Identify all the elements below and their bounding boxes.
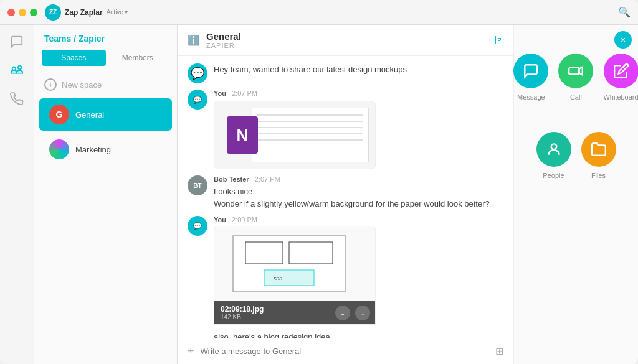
message-continuation: also, here's a blog redesign idea bbox=[188, 331, 503, 338]
message-row: 💬 You 2:09 PM bbox=[188, 216, 503, 325]
channel-org: ZAPIER bbox=[206, 42, 241, 49]
message-meta: You 2:07 PM bbox=[214, 90, 503, 97]
titlebar: ZZ Zap Zaplar Active ▾ 🔍 bbox=[0, 0, 638, 25]
action-row-2: People Files bbox=[536, 132, 616, 179]
plus-icon: + bbox=[44, 78, 57, 91]
app-body: Teams / Zapier Spaces Members + New spac… bbox=[0, 25, 638, 364]
svg-marker-8 bbox=[579, 67, 583, 75]
action-btn-message: Message bbox=[513, 54, 548, 101]
action-btn-people: People bbox=[536, 132, 571, 179]
avatar: 💬 bbox=[188, 90, 207, 110]
tab-members[interactable]: Members bbox=[106, 50, 170, 66]
spaces-sidebar: Teams / Zapier Spaces Members + New spac… bbox=[34, 25, 178, 364]
svg-text:кпп: кпп bbox=[274, 275, 282, 281]
svg-rect-3 bbox=[245, 242, 283, 264]
svg-rect-5 bbox=[264, 270, 314, 286]
action-btn-call: Call bbox=[558, 54, 593, 101]
whiteboard-button[interactable] bbox=[604, 54, 639, 88]
nav-chat-icon[interactable] bbox=[7, 32, 26, 51]
message-content: Bob Tester 2:07 PM Looks nice Wonder if … bbox=[214, 175, 503, 210]
nav-call-icon[interactable] bbox=[7, 90, 26, 108]
filename: 02:09:18.jpg bbox=[221, 305, 335, 314]
message-content: You 2:09 PM bbox=[214, 216, 503, 325]
chat-header: ℹ️ General ZAPIER 🏳 bbox=[178, 25, 513, 56]
chat-messages: 💬 Hey team, wanted to share our latest d… bbox=[178, 56, 513, 338]
search-icon[interactable]: 🔍 bbox=[618, 6, 631, 18]
action-btn-files: Files bbox=[581, 132, 616, 179]
close-button[interactable] bbox=[7, 9, 15, 16]
filesize: 142 KB bbox=[221, 314, 335, 320]
chat-input-bar: + ⊞ bbox=[178, 338, 513, 364]
action-label: Files bbox=[591, 172, 606, 179]
action-label: Call bbox=[570, 93, 582, 101]
action-panel: × Message Call bbox=[513, 25, 638, 364]
expand-button[interactable]: ⌄ bbox=[335, 306, 350, 320]
message-content: Hey team, wanted to share our latest des… bbox=[214, 63, 503, 76]
tab-spaces[interactable]: Spaces bbox=[42, 50, 106, 66]
whiteboard-preview: кпп 02:09:18.jpg 142 KB ⌄ ↓ bbox=[214, 226, 376, 325]
new-space-button[interactable]: + New space bbox=[34, 72, 177, 97]
image-actions: ⌄ ↓ bbox=[335, 306, 370, 320]
action-btn-whiteboard: Whiteboard bbox=[603, 54, 638, 101]
message-content: You 2:07 PM N bbox=[214, 90, 503, 169]
onenote-image: N bbox=[214, 101, 376, 169]
message-meta: You 2:09 PM bbox=[214, 216, 503, 223]
download-button[interactable]: ↓ bbox=[355, 306, 370, 320]
svg-point-9 bbox=[551, 144, 556, 149]
files-button[interactable] bbox=[581, 132, 616, 167]
space-name: Marketing bbox=[75, 145, 111, 154]
channel-info: General ZAPIER bbox=[206, 31, 241, 49]
message-input[interactable] bbox=[201, 347, 489, 356]
message-text: Hey team, wanted to share our latest des… bbox=[214, 65, 407, 74]
action-label: Whiteboard bbox=[603, 93, 638, 101]
avatar: 💬 bbox=[188, 63, 207, 83]
format-icon[interactable]: ⊞ bbox=[495, 345, 503, 357]
traffic-lights bbox=[7, 9, 37, 16]
chat-area: ℹ️ General ZAPIER 🏳 💬 Hey team, wanted t… bbox=[178, 25, 513, 364]
avatar: ZZ bbox=[45, 4, 61, 21]
add-attachment-icon[interactable]: + bbox=[188, 345, 194, 358]
message-meta: Bob Tester 2:07 PM bbox=[214, 175, 503, 183]
team-path: Teams / Zapier bbox=[34, 25, 177, 50]
channel-name: General bbox=[206, 31, 241, 42]
nav-teams-icon[interactable] bbox=[7, 61, 26, 80]
message-row: 💬 Hey team, wanted to share our latest d… bbox=[188, 63, 503, 83]
message-text: also, here's a blog redesign idea bbox=[214, 332, 330, 338]
message-row: 💬 You 2:07 PM bbox=[188, 90, 503, 169]
spaces-tabs: Spaces Members bbox=[42, 50, 169, 66]
people-button[interactable] bbox=[536, 132, 571, 167]
action-label: Message bbox=[517, 93, 545, 101]
image-footer: 02:09:18.jpg 142 KB ⌄ ↓ bbox=[214, 301, 376, 324]
info-icon: ℹ️ bbox=[188, 34, 200, 46]
avatar: BT bbox=[188, 175, 207, 195]
whiteboard-svg: кпп bbox=[214, 226, 376, 301]
avatar: G bbox=[49, 105, 69, 124]
message-secondary-text: Wonder if a slightly yellow/warm backgro… bbox=[214, 198, 503, 210]
avatar bbox=[49, 139, 69, 159]
space-name: General bbox=[75, 110, 104, 119]
maximize-button[interactable] bbox=[30, 9, 37, 16]
action-row-1: Message Call Whiteboard bbox=[513, 54, 638, 101]
user-name: Zap Zaplar bbox=[65, 8, 103, 17]
avatar: 💬 bbox=[188, 216, 207, 236]
space-item-marketing[interactable]: Marketing bbox=[39, 133, 172, 166]
user-status: Active ▾ bbox=[107, 9, 128, 16]
svg-rect-4 bbox=[289, 242, 333, 264]
nav-sidebar bbox=[0, 25, 34, 364]
svg-rect-7 bbox=[569, 68, 579, 75]
message-row: BT Bob Tester 2:07 PM Looks nice Wonder … bbox=[188, 175, 503, 210]
svg-point-0 bbox=[18, 66, 22, 70]
message-text: Looks nice bbox=[214, 185, 503, 198]
call-button[interactable] bbox=[558, 54, 593, 88]
close-button[interactable]: × bbox=[614, 31, 632, 49]
action-label: People bbox=[543, 172, 564, 179]
minimize-button[interactable] bbox=[19, 9, 26, 16]
space-item-general[interactable]: G General bbox=[39, 98, 172, 131]
message-button[interactable] bbox=[513, 54, 548, 88]
flag-icon: 🏳 bbox=[493, 35, 503, 46]
